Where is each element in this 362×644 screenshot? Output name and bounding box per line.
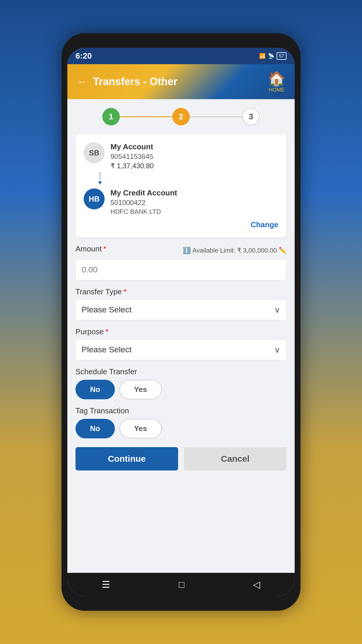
edit-icon[interactable]: ✏️ bbox=[279, 247, 287, 254]
phone-screen: 6:20 📶 📡 57 ← Transfers - Other 🏠 HOME 1 bbox=[67, 48, 295, 596]
step-1: 1 bbox=[102, 108, 120, 125]
purpose-label: Purpose * bbox=[75, 327, 287, 336]
destination-account-number: 501000422 bbox=[110, 199, 278, 207]
main-content: 1 2 3 SB My Account 90541153645 ₹ 1,37,4… bbox=[67, 99, 295, 573]
step-line-1 bbox=[120, 116, 172, 117]
transfer-type-required: * bbox=[124, 287, 126, 296]
status-icons: 📶 📡 57 bbox=[259, 52, 287, 60]
destination-account-bank: HDFC BANK LTD bbox=[110, 208, 278, 216]
battery-indicator: 57 bbox=[277, 52, 287, 60]
amount-label: Amount * bbox=[75, 244, 106, 253]
source-account-avatar: SB bbox=[84, 142, 105, 163]
wifi-icon: 📶 bbox=[259, 53, 266, 59]
home-button[interactable]: 🏠 HOME bbox=[268, 71, 285, 93]
purpose-field-group: Purpose * Please Select ∨ bbox=[75, 327, 287, 360]
amount-required: * bbox=[103, 244, 106, 253]
continue-button[interactable]: Continue bbox=[75, 447, 178, 470]
status-bar: 6:20 📶 📡 57 bbox=[67, 48, 295, 64]
step-indicator: 1 2 3 bbox=[75, 108, 287, 125]
status-time: 6:20 bbox=[75, 51, 92, 61]
source-account-info: My Account 90541153645 ₹ 1,37,430.80 bbox=[110, 142, 278, 170]
change-link-container: Change bbox=[84, 220, 278, 229]
step-3: 3 bbox=[242, 108, 260, 125]
purpose-value: Please Select bbox=[82, 345, 131, 354]
transfer-type-chevron-icon: ∨ bbox=[274, 305, 280, 315]
bottom-actions: Continue Cancel bbox=[75, 447, 287, 470]
amount-input[interactable] bbox=[75, 259, 287, 280]
tag-transaction-toggle: No Yes bbox=[75, 419, 287, 438]
phone-device: 6:20 📶 📡 57 ← Transfers - Other 🏠 HOME 1 bbox=[61, 33, 301, 611]
tag-yes-button[interactable]: Yes bbox=[120, 419, 162, 438]
destination-account-label: My Credit Account bbox=[110, 188, 278, 197]
change-button[interactable]: Change bbox=[251, 220, 278, 229]
purpose-dropdown[interactable]: Please Select ∨ bbox=[75, 339, 287, 360]
home-label: HOME bbox=[269, 87, 284, 93]
step-2: 2 bbox=[172, 108, 190, 125]
source-account-label: My Account bbox=[110, 142, 278, 151]
schedule-transfer-group: Schedule Transfer No Yes bbox=[75, 367, 287, 399]
cancel-button[interactable]: Cancel bbox=[184, 447, 287, 470]
purpose-chevron-icon: ∨ bbox=[274, 345, 280, 355]
schedule-transfer-label: Schedule Transfer bbox=[75, 367, 287, 376]
transfer-type-value: Please Select bbox=[82, 305, 131, 314]
page-title: Transfers - Other bbox=[93, 76, 178, 88]
amount-header: Amount * ℹ️ Available Limit: ₹ 3,00,000.… bbox=[75, 244, 287, 256]
menu-icon[interactable]: ☰ bbox=[102, 579, 110, 590]
tag-transaction-group: Tag Transaction No Yes bbox=[75, 406, 287, 438]
available-limit: ℹ️ Available Limit: ₹ 3,00,000.00 ✏️ bbox=[183, 247, 287, 254]
signal-icon: 📡 bbox=[268, 53, 274, 59]
destination-account-avatar: HB bbox=[84, 188, 105, 209]
purpose-required: * bbox=[106, 327, 108, 336]
home-nav-icon[interactable]: □ bbox=[179, 579, 184, 590]
amount-field-group: Amount * ℹ️ Available Limit: ₹ 3,00,000.… bbox=[75, 244, 287, 280]
source-account-balance: ₹ 1,37,430.80 bbox=[110, 162, 278, 170]
back-button[interactable]: ← bbox=[77, 76, 87, 88]
app-header: ← Transfers - Other 🏠 HOME bbox=[67, 64, 295, 99]
transfer-type-field-group: Transfer Type * Please Select ∨ bbox=[75, 287, 287, 320]
account-card: SB My Account 90541153645 ₹ 1,37,430.80 … bbox=[75, 134, 287, 237]
source-account-number: 90541153645 bbox=[110, 153, 278, 161]
tag-no-button[interactable]: No bbox=[75, 419, 115, 438]
nav-bar: ☰ □ ◁ bbox=[67, 573, 295, 596]
transfer-type-dropdown[interactable]: Please Select ∨ bbox=[75, 299, 287, 320]
tag-transaction-label: Tag Transaction bbox=[75, 406, 287, 415]
destination-account-info: My Credit Account 501000422 HDFC BANK LT… bbox=[110, 188, 278, 216]
schedule-yes-button[interactable]: Yes bbox=[120, 380, 162, 399]
back-nav-icon[interactable]: ◁ bbox=[253, 579, 260, 590]
transfer-type-label: Transfer Type * bbox=[75, 287, 287, 296]
step-line-2 bbox=[190, 116, 242, 117]
schedule-no-button[interactable]: No bbox=[75, 380, 115, 399]
schedule-transfer-toggle: No Yes bbox=[75, 380, 287, 399]
info-icon: ℹ️ bbox=[183, 247, 191, 254]
header-left: ← Transfers - Other bbox=[77, 76, 178, 88]
home-icon: 🏠 bbox=[268, 71, 285, 87]
